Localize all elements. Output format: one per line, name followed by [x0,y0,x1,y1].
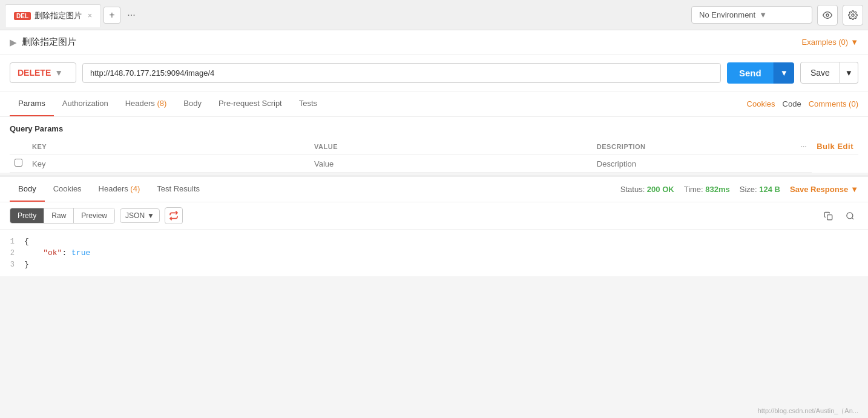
save-dropdown-button[interactable]: ▼ [840,62,858,84]
method-selector[interactable]: DELETE ▼ [10,62,76,83]
res-tab-headers-label: Headers (4) [99,184,140,193]
tab-body[interactable]: Body [175,91,210,116]
res-tab-headers[interactable]: Headers (4) [90,177,149,202]
save-response-label: Save Response [790,185,848,194]
tab-body-label: Body [183,99,202,108]
format-bar: Pretty Raw Preview JSON ▼ [0,202,868,230]
json-response-body: 1 { 2 "ok": true 3 } [0,230,868,276]
search-icon-button[interactable] [841,207,858,224]
environment-selector[interactable]: No Environment ▼ [691,6,812,24]
status-value: 200 OK [647,185,674,194]
save-button-group: Save ▼ [800,62,858,84]
examples-link[interactable]: Examples (0) ▼ [802,38,858,47]
response-status-area: Status: 200 OK Time: 832ms Size: 124 B S… [620,185,858,194]
expand-arrow-icon[interactable]: ▶ [10,37,17,48]
param-check-cell [10,155,27,173]
preview-button[interactable]: Preview [74,208,114,223]
pretty-button[interactable]: Pretty [10,208,44,223]
param-key-cell[interactable] [27,155,309,173]
tab-params-label: Params [18,99,45,108]
send-dropdown-chevron-icon: ▼ [780,68,788,78]
more-options-icon[interactable]: ··· [800,143,807,150]
tab-authorization[interactable]: Authorization [54,91,117,116]
response-section: Body Cookies Headers (4) Test Results St… [0,175,868,276]
type-chevron-icon: ▼ [147,211,154,220]
code-link[interactable]: Code [783,92,801,116]
new-tab-button[interactable]: + [104,7,120,24]
save-response-button[interactable]: Save Response ▼ [790,185,858,194]
res-tab-cookies[interactable]: Cookies [45,177,90,202]
send-button[interactable]: Send [727,62,774,84]
request-tab-right-links: Cookies Code Comments (0) [747,92,858,116]
tab-tests[interactable]: Tests [291,91,326,116]
param-desc-input[interactable] [597,159,791,168]
param-placeholder-row [10,155,858,173]
svg-rect-2 [827,214,832,219]
copy-icon-button[interactable] [820,207,837,224]
param-checkbox[interactable] [15,159,22,167]
json-line-2: 2 "ok": true [0,247,868,259]
tab-close-button[interactable]: × [88,12,92,20]
footer-url: http://blog.csdn.net/Austin_（An... [758,406,858,416]
line-number-2: 2 [0,249,24,257]
res-tab-body-label: Body [18,184,36,193]
svg-line-4 [852,217,853,219]
comments-link[interactable]: Comments (0) [809,92,858,116]
save-response-chevron-icon: ▼ [850,185,858,194]
param-key-input[interactable] [32,159,304,168]
time-label: Time: 832ms [684,185,730,194]
type-selector[interactable]: JSON ▼ [120,208,160,223]
eye-icon-button[interactable] [817,5,838,25]
line-number-3: 3 [0,260,24,269]
tab-pre-request[interactable]: Pre-request Script [210,91,291,116]
param-value-input[interactable] [314,159,587,168]
size-label: Size: 124 B [740,185,780,194]
format-group: Pretty Raw Preview [10,208,115,224]
type-label: JSON [125,211,145,220]
wrap-button[interactable] [165,207,183,224]
raw-button[interactable]: Raw [44,208,74,223]
tab-headers-label: Headers (8) [125,99,167,108]
params-table: KEY VALUE DESCRIPTION ··· Bulk Edit [10,138,858,173]
res-tab-body[interactable]: Body [10,177,45,202]
param-desc-cell[interactable] [592,155,796,173]
bulk-edit-header: Bulk Edit [812,138,858,155]
res-tab-cookies-label: Cookies [53,184,82,193]
query-params-section: Query Params KEY VALUE DESCRIPTION ··· B… [0,117,868,173]
tab-right-area: No Environment ▼ [691,5,863,25]
res-tab-test-results[interactable]: Test Results [148,177,208,202]
format-right-actions [820,207,858,224]
json-brace-open: { [24,237,29,246]
tab-method-badge: DEL [14,12,31,20]
cookies-link[interactable]: Cookies [747,92,775,116]
param-action-cell [795,155,812,173]
tab-params[interactable]: Params [10,91,54,116]
col-check-header [10,138,27,155]
svg-point-0 [826,14,829,16]
col-value-header: VALUE [309,138,592,155]
save-button[interactable]: Save [800,62,840,84]
tab-title: 删除指定图片 [35,10,82,21]
svg-point-3 [846,212,852,218]
tab-bar: DEL 删除指定图片 × + ··· No Environment ▼ [0,0,868,30]
url-input[interactable] [82,63,721,83]
method-chevron-icon: ▼ [54,68,63,78]
settings-icon-button[interactable] [843,5,863,25]
line-number-1: 1 [0,237,24,246]
json-line-1: 1 { [0,236,868,247]
time-value: 832ms [705,185,729,194]
examples-label: Examples (0) [802,38,849,47]
request-name: ▶ 删除指定图片 [10,36,76,48]
request-title: 删除指定图片 [22,36,76,48]
param-value-cell[interactable] [309,155,592,173]
bulk-edit-button[interactable]: Bulk Edit [817,142,853,151]
tab-pre-request-label: Pre-request Script [219,99,282,108]
send-dropdown-button[interactable]: ▼ [774,62,794,84]
tab-more-button[interactable]: ··· [123,7,140,24]
active-tab[interactable]: DEL 删除指定图片 × [5,4,101,27]
size-value: 124 B [759,185,780,194]
env-chevron-icon: ▼ [759,10,767,19]
tab-headers[interactable]: Headers (8) [117,91,176,116]
url-bar: DELETE ▼ Send ▼ Save ▼ [0,55,868,91]
col-key-header: KEY [27,138,309,155]
